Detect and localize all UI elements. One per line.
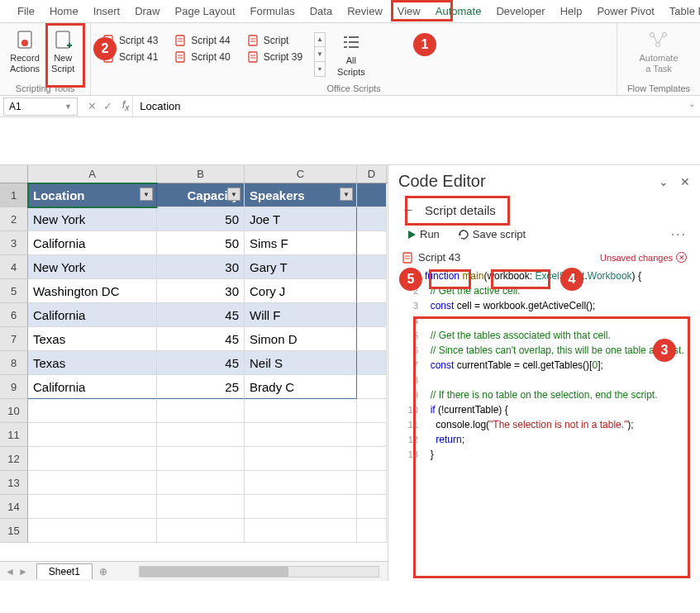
cell[interactable] <box>245 519 357 543</box>
ribbon-tab-automate[interactable]: Automate <box>428 2 489 21</box>
col-header-B[interactable]: B <box>157 165 245 183</box>
cell[interactable] <box>245 495 357 519</box>
filter-button[interactable]: ▼ <box>140 188 153 201</box>
cell[interactable]: Texas <box>28 327 157 351</box>
ribbon-tab-page-layout[interactable]: Page Layout <box>168 2 243 21</box>
cell[interactable] <box>245 423 357 447</box>
col-header-C[interactable]: C <box>245 165 357 183</box>
code-line[interactable]: 1function main(workbook: ExcelScript.Wor… <box>403 268 690 283</box>
sheet-nav-prev-icon[interactable]: ◄ <box>5 566 15 577</box>
cell[interactable] <box>28 447 157 471</box>
cell[interactable] <box>357 423 387 447</box>
cell[interactable] <box>28 519 157 543</box>
cancel-formula-icon[interactable]: ✕ <box>88 100 97 112</box>
ribbon-tab-home[interactable]: Home <box>42 2 86 21</box>
cell[interactable]: Capacity▼ <box>157 183 245 207</box>
discard-changes-icon[interactable]: ✕ <box>676 252 687 263</box>
row-header[interactable]: 10 <box>0 399 28 423</box>
cell[interactable]: Brady C <box>245 375 357 399</box>
run-button[interactable]: Run <box>402 226 445 243</box>
code-line[interactable]: 12 return; <box>403 432 690 447</box>
row-header[interactable]: 8 <box>0 351 28 375</box>
close-icon[interactable]: ✕ <box>680 175 690 188</box>
cell[interactable]: 45 <box>157 327 245 351</box>
all-scripts-button[interactable]: All Scripts <box>332 29 370 78</box>
cell[interactable]: 25 <box>157 375 245 399</box>
scrollbar-thumb[interactable] <box>140 567 288 577</box>
add-sheet-button[interactable]: ⊕ <box>93 566 114 577</box>
code-area[interactable]: 1function main(workbook: ExcelScript.Wor… <box>402 268 690 574</box>
row-header[interactable]: 15 <box>0 519 28 543</box>
formula-expand-icon[interactable]: ⌄ <box>688 99 695 108</box>
accept-formula-icon[interactable]: ✓ <box>103 100 112 112</box>
grid[interactable]: A B C D 1Location▼Capacity▼Speakers▼2New… <box>0 165 388 561</box>
col-header-D[interactable]: D <box>357 165 387 183</box>
code-line[interactable]: 4 <box>403 313 690 328</box>
row-header[interactable]: 1 <box>0 183 28 207</box>
cell[interactable]: Simon D <box>245 327 357 351</box>
cell[interactable] <box>357 447 387 471</box>
ribbon-tab-power-pivot[interactable]: Power Pivot <box>589 2 661 21</box>
gallery-down-button[interactable]: ▼ <box>315 47 325 62</box>
cell[interactable]: 45 <box>157 303 245 327</box>
cell[interactable] <box>157 423 245 447</box>
cell[interactable]: Joe T <box>245 207 357 231</box>
ribbon-tab-file[interactable]: File <box>10 2 42 21</box>
cell[interactable] <box>357 471 387 495</box>
filter-button[interactable]: ▼ <box>227 188 240 201</box>
cell[interactable]: Sims F <box>245 231 357 255</box>
cell[interactable]: California <box>28 303 157 327</box>
cell[interactable] <box>357 183 387 207</box>
new-script-button[interactable]: New Script <box>46 26 79 76</box>
ribbon-tab-developer[interactable]: Developer <box>488 2 552 21</box>
code-line[interactable]: 13 } <box>403 447 690 462</box>
row-header[interactable]: 6 <box>0 303 28 327</box>
ribbon-tab-insert[interactable]: Insert <box>86 2 128 21</box>
cell[interactable] <box>157 471 245 495</box>
cell[interactable] <box>157 447 245 471</box>
cell[interactable]: Will F <box>245 303 357 327</box>
cell[interactable]: Cory J <box>245 279 357 303</box>
row-header[interactable]: 13 <box>0 471 28 495</box>
col-header-A[interactable]: A <box>28 165 157 183</box>
cell[interactable]: Gary T <box>245 255 357 279</box>
cell[interactable] <box>157 495 245 519</box>
code-line[interactable]: 7 const currentTable = cell.getTables()[… <box>403 358 690 373</box>
filter-button[interactable]: ▼ <box>340 188 353 201</box>
cell[interactable] <box>357 495 387 519</box>
ribbon-tab-draw[interactable]: Draw <box>127 2 167 21</box>
select-all-corner[interactable] <box>0 165 28 183</box>
fx-icon[interactable]: fx <box>119 99 132 112</box>
cell[interactable] <box>357 375 387 399</box>
cell[interactable] <box>157 519 245 543</box>
cell[interactable] <box>157 399 245 423</box>
cell[interactable]: Texas <box>28 351 157 375</box>
row-header[interactable]: 2 <box>0 207 28 231</box>
gallery-more-button[interactable]: ▾ <box>315 62 325 76</box>
cell[interactable]: California <box>28 375 157 399</box>
code-line[interactable]: 8 <box>403 373 690 387</box>
cell[interactable]: California <box>28 231 157 255</box>
cell[interactable] <box>357 279 387 303</box>
ribbon-tab-view[interactable]: View <box>390 2 428 21</box>
cell[interactable]: 50 <box>157 231 245 255</box>
cell[interactable] <box>357 303 387 327</box>
ribbon-tab-help[interactable]: Help <box>553 2 590 21</box>
gallery-up-button[interactable]: ▲ <box>315 33 325 48</box>
cell[interactable] <box>245 471 357 495</box>
ribbon-tab-table-desig[interactable]: Table Desig <box>662 2 700 21</box>
code-line[interactable]: 3 const cell = workbook.getActiveCell(); <box>403 298 690 313</box>
cell[interactable] <box>245 399 357 423</box>
cell[interactable] <box>357 207 387 231</box>
horizontal-scrollbar[interactable] <box>139 566 379 577</box>
row-header[interactable]: 3 <box>0 231 28 255</box>
cell[interactable] <box>28 399 157 423</box>
row-header[interactable]: 14 <box>0 495 28 519</box>
cell[interactable]: Speakers▼ <box>245 183 357 207</box>
name-box-dropdown-icon[interactable]: ▼ <box>64 102 72 111</box>
cell[interactable]: 50 <box>157 207 245 231</box>
code-line[interactable]: 5 // Get the tables associated with that… <box>403 328 690 343</box>
ribbon-tab-data[interactable]: Data <box>302 2 340 21</box>
cell[interactable] <box>28 471 157 495</box>
cell[interactable] <box>357 327 387 351</box>
